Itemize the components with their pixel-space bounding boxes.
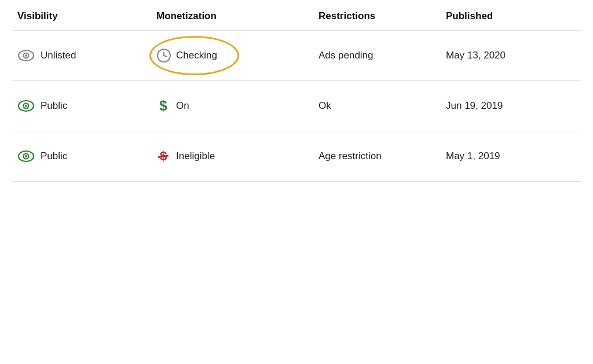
monetization-label: On xyxy=(176,100,189,112)
restrictions-label: Age restriction xyxy=(319,150,382,162)
dollar-ineligible-icon: $ xyxy=(156,149,170,164)
published-label: May 1, 2019 xyxy=(446,150,500,162)
published-label: Jun 19, 2019 xyxy=(446,100,503,112)
published-cell: Jun 19, 2019 xyxy=(446,100,562,112)
visibility-cell: Unlisted xyxy=(17,47,156,64)
published-cell: May 13, 2020 xyxy=(446,50,562,61)
visibility-cell: Public xyxy=(17,148,156,165)
visibility-label: Public xyxy=(41,100,67,112)
published-cell: May 1, 2019 xyxy=(446,150,562,162)
restrictions-cell: Ads pending xyxy=(319,50,446,61)
svg-point-8 xyxy=(25,105,27,107)
monetization-cell: $ On xyxy=(156,98,319,114)
header-published: Published xyxy=(446,10,562,22)
restrictions-cell: Age restriction xyxy=(319,150,446,162)
restrictions-label: Ads pending xyxy=(319,50,374,61)
video-table: Visibility Monetization Restrictions Pub… xyxy=(0,0,593,182)
restrictions-label: Ok xyxy=(319,100,331,112)
dollar-on-icon: $ xyxy=(156,98,170,114)
header-restrictions: Restrictions xyxy=(319,10,446,22)
eye-public-icon xyxy=(17,97,35,115)
visibility-label: Unlisted xyxy=(41,50,76,61)
header-visibility: Visibility xyxy=(17,10,156,22)
table-header: Visibility Monetization Restrictions Pub… xyxy=(12,0,581,31)
monetization-cell: $ Ineligible xyxy=(156,149,319,164)
table-row: Public $ Ineligible Age restriction May … xyxy=(12,131,581,182)
visibility-cell: Public xyxy=(17,97,156,115)
table-row: Public $ On Ok Jun 19, 2019 xyxy=(12,81,581,131)
eye-public-icon xyxy=(17,148,35,165)
svg-point-2 xyxy=(25,54,27,57)
eye-unlisted-icon xyxy=(17,47,35,64)
published-label: May 13, 2020 xyxy=(446,50,506,61)
table-row: Unlisted Checking Ads pending May 13, 20… xyxy=(12,31,581,81)
clock-icon xyxy=(156,48,171,63)
restrictions-cell: Ok xyxy=(319,100,446,112)
svg-point-11 xyxy=(25,155,27,157)
monetization-label: Checking xyxy=(176,50,217,61)
monetization-cell: Checking xyxy=(156,48,319,63)
header-monetization: Monetization xyxy=(156,10,319,22)
checking-wrapper: Checking xyxy=(156,48,217,63)
svg-line-5 xyxy=(164,56,167,57)
visibility-label: Public xyxy=(41,150,67,162)
monetization-label: Ineligible xyxy=(176,150,215,162)
